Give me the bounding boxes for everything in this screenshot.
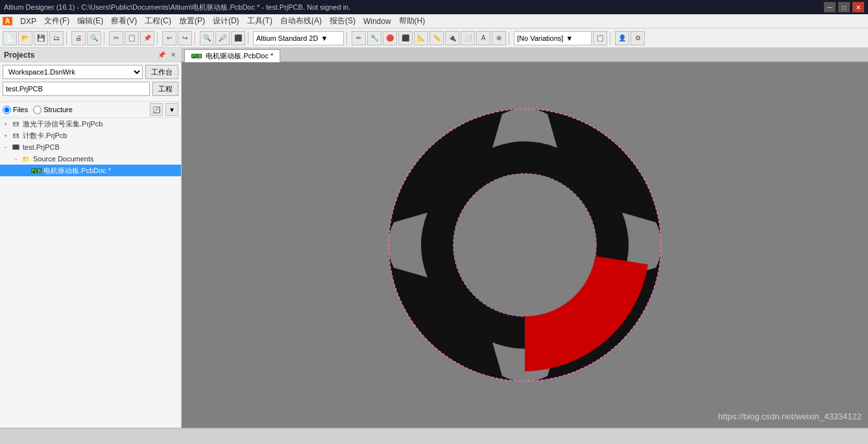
tb-sep6 — [346, 32, 349, 45]
svg-point-5 — [453, 174, 596, 316]
workspace-select[interactable]: Workspace1.DsnWrk — [3, 65, 143, 79]
panel-close-btn[interactable]: ✕ — [169, 51, 177, 58]
tab-icon-2[interactable]: ▼ — [165, 103, 178, 116]
menu-help[interactable]: 帮助(H) — [395, 14, 429, 28]
view-tabs: Files Structure 🔄 ▼ — [0, 102, 181, 118]
view-tab-icons: 🔄 ▼ — [150, 103, 178, 116]
tb-tool5[interactable]: 📐 — [414, 31, 428, 45]
laser-label: 激光干涉信号采集.PrjPcb — [23, 119, 102, 129]
menu-reports[interactable]: 报告(S) — [326, 14, 359, 28]
tree-item-test[interactable]: － ⬛ test.PrjPCB — [0, 141, 181, 153]
tb-fit[interactable]: ⬛ — [231, 31, 245, 45]
tab-icon-1[interactable]: 🔄 — [150, 103, 163, 116]
tb-new[interactable]: 📄 — [3, 31, 17, 45]
workspace-btn[interactable]: 工作台 — [145, 65, 178, 79]
tb-print[interactable]: 🖨 — [71, 31, 86, 45]
project-input[interactable] — [3, 82, 150, 96]
tb-tool6[interactable]: 📏 — [429, 31, 444, 45]
tb-copy[interactable]: 📋 — [125, 31, 139, 45]
tb-sep7 — [509, 32, 511, 45]
tb-tool8[interactable]: ⬜ — [461, 31, 475, 45]
app-logo: A — [3, 17, 12, 25]
files-radio[interactable]: Files — [3, 106, 28, 114]
tb-tool4[interactable]: ⬛ — [398, 31, 413, 45]
tb-sep3 — [157, 32, 160, 45]
laser-icon: 🖧 — [10, 120, 21, 128]
projects-panel: Projects 📌 ✕ Workspace1.DsnWrk 工作台 工程 — [0, 48, 182, 428]
menu-autoroute[interactable]: 自动布线(A) — [276, 14, 326, 28]
status-text — [4, 432, 6, 440]
structure-radio[interactable]: Structure — [33, 106, 73, 114]
pcbdoc-label: 电机驱动板.PcbDoc * — [43, 166, 111, 176]
variations-dropdown[interactable]: [No Variations] ▼ — [514, 31, 592, 45]
menu-file[interactable]: 文件(F) — [40, 14, 73, 28]
tb-undo[interactable]: ↩ — [162, 31, 176, 45]
tb-search[interactable]: 🔍 — [87, 31, 101, 45]
tree-item-counter[interactable]: ＋ 🖧 计数卡.PrjPcb — [0, 130, 181, 141]
tb-zoom-in[interactable]: 🔍 — [200, 31, 214, 45]
maximize-button[interactable]: □ — [838, 2, 850, 12]
tb-sep2 — [104, 32, 106, 45]
tb-saveall[interactable]: 🗂 — [49, 31, 64, 45]
menu-window[interactable]: Window — [359, 16, 395, 27]
panel-pin-btn[interactable]: 📌 — [156, 51, 167, 58]
watermark: https://blog.csdn.net/weixin_43334122 — [718, 412, 862, 421]
tb-tool3[interactable]: 🔴 — [383, 31, 397, 45]
counter-expander: ＋ — [3, 132, 10, 140]
content-area: Projects 📌 ✕ Workspace1.DsnWrk 工作台 工程 — [0, 48, 868, 428]
tb-tool10[interactable]: ⊕ — [492, 31, 506, 45]
test-icon: ⬛ — [10, 143, 21, 151]
project-btn[interactable]: 工程 — [152, 82, 178, 96]
counter-icon: 🖧 — [10, 132, 21, 139]
tb-sep8 — [610, 32, 612, 45]
close-button[interactable]: ✕ — [852, 2, 864, 12]
test-expander: － — [3, 143, 10, 152]
tree-item-laser[interactable]: ＋ 🖧 激光干涉信号采集.PrjPcb — [0, 118, 181, 130]
minimize-button[interactable]: ─ — [824, 2, 836, 12]
tb-tool9[interactable]: A — [476, 31, 490, 45]
menu-bar: A DXP 文件(F) 编辑(E) 察看(V) 工程(C) 放置(P) 设计(D… — [0, 14, 868, 29]
menu-project[interactable]: 工程(C) — [141, 14, 175, 28]
tb-paste[interactable]: 📌 — [140, 31, 154, 45]
pcb-shape-svg — [376, 96, 674, 394]
canvas-area[interactable]: https://blog.csdn.net/weixin_43334122 — [182, 62, 868, 428]
menu-place[interactable]: 放置(P) — [175, 14, 209, 28]
pcbdoc-tab[interactable]: PCB 电机驱动板.PcbDoc * — [184, 49, 280, 62]
structure-label: Structure — [43, 106, 73, 113]
panel-title: Projects — [4, 51, 34, 60]
tb-var-icon[interactable]: 📋 — [593, 31, 607, 45]
menu-tools[interactable]: 工具(T) — [243, 14, 276, 28]
source-label: Source Documents — [33, 155, 94, 163]
tb-tool2[interactable]: 🔧 — [367, 31, 381, 45]
tab-label: 电机驱动板.PcbDoc * — [206, 51, 273, 61]
tree-item-source[interactable]: － 📁 Source Documents — [0, 153, 181, 165]
counter-label: 计数卡.PrjPcb — [23, 131, 67, 141]
scheme-label: Altium Standard 2D — [256, 34, 318, 42]
tb-zoom-out[interactable]: 🔎 — [215, 31, 230, 45]
tb-signin[interactable]: 👤 — [615, 31, 629, 45]
menu-edit[interactable]: 编辑(E) — [73, 14, 107, 28]
tb-tool7[interactable]: 🔌 — [445, 31, 459, 45]
editor-area: PCB 电机驱动板.PcbDoc * — [182, 48, 868, 428]
scheme-dropdown[interactable]: Altium Standard 2D ▼ — [253, 31, 344, 45]
tb-sep1 — [66, 32, 69, 45]
tb-save[interactable]: 💾 — [34, 31, 48, 45]
laser-expander: ＋ — [3, 120, 10, 128]
tb-redo[interactable]: ↪ — [178, 31, 192, 45]
menu-view[interactable]: 察看(V) — [107, 14, 141, 28]
tb-cut[interactable]: ✂ — [109, 31, 123, 45]
tb-tool1[interactable]: ✏ — [352, 31, 366, 45]
menu-design[interactable]: 设计(D) — [209, 14, 243, 28]
files-label: Files — [13, 106, 28, 113]
panel-header: Projects 📌 ✕ — [0, 48, 181, 62]
tb-sep4 — [195, 32, 197, 45]
menu-dxp[interactable]: DXP — [16, 16, 40, 27]
tb-open[interactable]: 📂 — [18, 31, 32, 45]
tab-strip: PCB 电机驱动板.PcbDoc * — [182, 48, 868, 62]
workspace-row: Workspace1.DsnWrk 工作台 — [3, 65, 178, 79]
test-label: test.PrjPCB — [23, 143, 60, 151]
workspace-section: Workspace1.DsnWrk 工作台 工程 — [0, 62, 181, 102]
tab-pcb-icon: PCB — [191, 54, 202, 58]
tree-item-pcbdoc[interactable]: PCB 电机驱动板.PcbDoc * — [0, 165, 181, 176]
tb-settings[interactable]: ⚙ — [631, 31, 645, 45]
